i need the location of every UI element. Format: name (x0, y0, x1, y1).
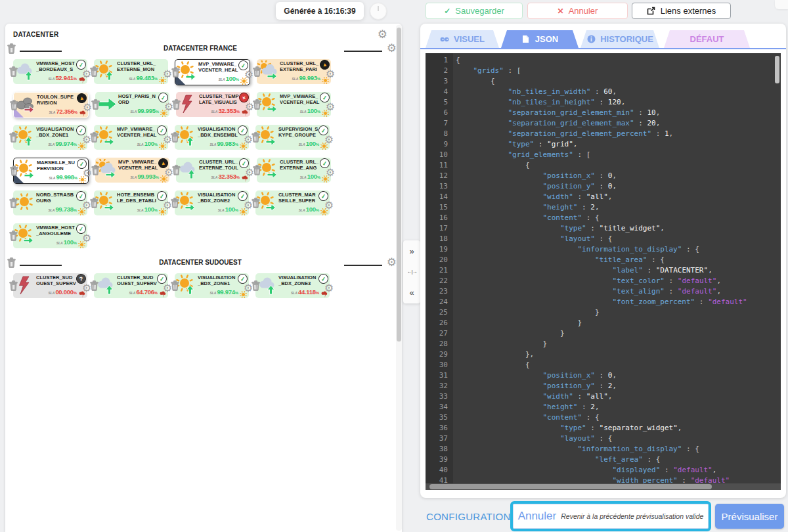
gear-icon[interactable]: ⚙ (324, 135, 334, 145)
trash-icon[interactable] (9, 165, 19, 179)
editor-vertical-scrollbar[interactable] (775, 56, 779, 83)
configuration-label[interactable]: CONFIGURATION (426, 511, 511, 522)
sla-value: SLA32.353% (211, 169, 240, 181)
code-line: 29}, (426, 349, 781, 360)
trash-icon[interactable] (89, 197, 99, 211)
resize-handle[interactable]: ←|→ (406, 269, 416, 275)
code-line: 31"position_x" : 0, (426, 370, 781, 381)
revert-button[interactable]: Annuler Revenir à la précédente prévisua… (510, 501, 711, 531)
trash-icon[interactable] (89, 280, 99, 294)
code-line: 25} (426, 307, 781, 318)
dashboard-scrollbar[interactable] (396, 25, 402, 531)
dashboard-tile[interactable]: CLUSTER_URL_EXTERNE_PARIS▲⚙SLA99.993% (257, 59, 331, 84)
dashboard-tile[interactable]: CLUSTER_MARSEILLE_SUPERVISION✓⚙SLA100% (255, 190, 330, 215)
collapse-left-button[interactable]: « (409, 288, 414, 297)
gear-icon[interactable]: ⚙ (324, 200, 334, 211)
dashboard-tile[interactable]: VMWARE_HOST_BORDEAUX_SU...✓⚙SLA52.941% (13, 59, 87, 84)
code-line: 8"separation_grid_element_percent" : 1, (426, 129, 781, 139)
tab-defaut[interactable]: DÉFAUT (664, 30, 750, 48)
gear-icon[interactable]: ⚙ (387, 257, 397, 268)
cancel-button[interactable]: ✕ Annuler (527, 3, 628, 19)
separator-label: DATACENTER SUDOUEST (5, 259, 395, 266)
preview-button[interactable]: Prévisualiser (715, 504, 784, 529)
dashboard-tile[interactable]: VISUALISATION_BDX_ZONE1✓⚙SLA99.974% (175, 273, 249, 298)
dashboard-tile[interactable]: CLUSTER_SUDOUEST_SUPERVISION_2✓⚙SLA64.70… (94, 273, 168, 298)
collapse-right-button[interactable]: » (409, 247, 414, 255)
json-code-editor[interactable]: 1{2"grids" : [3{4"nb_tiles_in_width" : 6… (426, 53, 781, 490)
dashboard-tile[interactable]: HOTE_ENSEMBLE_DES_ETABLISS...✓⚙SLA100% (94, 190, 168, 215)
dashboard-tile[interactable]: MVP_VMWARE_VCENTER_HEALT...▲⚙SLA99.993% (95, 158, 169, 183)
trash-icon[interactable] (9, 280, 18, 294)
code-line: 9"type" : "grid", (426, 139, 781, 150)
dashboard-tile[interactable]: MVP_VMWARE_VCENTER_HEALT...✓⚙SLA100% (175, 59, 250, 85)
dashboard-tile[interactable]: VISUALISATION_BDX_ZONE2✓⚙SLA100% (175, 190, 249, 215)
trash-icon[interactable] (252, 99, 262, 112)
scrollbar-thumb[interactable] (397, 28, 401, 342)
sla-value: SLA99.993% (130, 169, 159, 181)
sla-value: SLA100% (137, 202, 158, 214)
trash-icon[interactable] (9, 230, 18, 244)
scrollbar-thumb[interactable] (429, 484, 712, 489)
tab-historique[interactable]: HISTORIQUE (580, 30, 659, 48)
gear-icon[interactable]: ⚙ (326, 69, 335, 79)
trash-icon[interactable] (252, 66, 262, 79)
trash-icon[interactable] (170, 197, 180, 211)
trash-icon[interactable] (91, 164, 100, 178)
tab-visuel[interactable]: VISUEL (426, 30, 499, 48)
dashboard-tile[interactable]: VISUALISATION_BDX_ZONE3✓⚙SLA44.118% (255, 273, 330, 298)
sla-value: SLA100% (300, 169, 320, 181)
trash-icon[interactable] (91, 99, 100, 112)
code-line: 35"content" : { (426, 412, 781, 423)
trash-icon[interactable] (170, 131, 180, 145)
code-line: 13"position_y" : 0, (426, 181, 781, 192)
save-button[interactable]: ✓ Sauvegarder (426, 3, 523, 19)
trash-icon[interactable] (9, 197, 18, 211)
dashboard-tile[interactable]: TOULON_SUPERVISION▲⚙SLA72.356% (13, 92, 89, 118)
trash-icon[interactable] (251, 197, 261, 211)
trash-icon[interactable] (9, 66, 18, 79)
dashboard-tile[interactable]: CLUSTER_SUDOUEST_SUPERVISION?⚙SLA00.000% (13, 273, 87, 298)
dashboard-tile[interactable]: CLUSTER_URL_EXTERNE_TOULON✓⚙SLA32.353% (176, 158, 250, 183)
configuration-panel: VISUEL JSON HISTORIQUE DÉFAUT 1{2"grids"… (420, 24, 786, 498)
trash-icon[interactable] (251, 131, 261, 145)
dashboard-tile[interactable]: CLUSTER_URL_EXTERNE_ANGO...✓⚙SLA100% (257, 158, 331, 183)
code-line: 4"nb_tiles_in_width" : 60, (426, 87, 781, 97)
dashboard-tile[interactable]: SUPERVISION_SKYPE_GROUPE_1✓⚙SLA100% (255, 125, 330, 150)
dashboard-tile[interactable]: VISUALISATION_BDX_ZONE1✓⚙SLA99.974% (13, 125, 87, 150)
dashboard-tile[interactable]: MARSEILLE_SUPERVISION✓⚙SLA99.998% (13, 158, 89, 184)
trash-icon[interactable] (170, 280, 180, 294)
gear-icon[interactable]: ⚙ (378, 29, 387, 40)
gear-icon[interactable]: ⚙ (82, 233, 91, 244)
dashboard-tile[interactable]: MVP_VMWARE_VCENTER_HEALT...✓⚙SLA100% (257, 92, 331, 117)
trash-icon[interactable] (89, 66, 99, 79)
dashboard-tile[interactable]: VISUALISATION_BDX_ENSEMBLE_...✓⚙SLA99.98… (175, 125, 249, 150)
trash-icon[interactable] (171, 66, 181, 80)
gear-icon[interactable]: ⚙ (326, 102, 335, 112)
sla-value: SLA100% (137, 137, 158, 148)
dashboard-tile[interactable]: NORD_STRASBOURG✓⚙SLA99.738% (13, 190, 87, 215)
sla-value: SLA32.353% (211, 104, 240, 116)
dashboard-tile[interactable]: CLUSTER_URL_EXTERNE_MONTPELIER⚙SLA99.483… (94, 59, 168, 84)
code-line: 5"nb_tiles_in_height" : 120, (426, 97, 781, 108)
code-line: 30{ (426, 360, 781, 370)
trash-icon[interactable] (89, 131, 99, 145)
trash-icon[interactable] (9, 131, 18, 145)
dashboard-tile[interactable]: CLUSTER_TEMPLATE_VISUALISAT...×⚙SLA32.35… (176, 92, 250, 117)
code-line: 28} (426, 339, 781, 349)
dashboard-tile[interactable]: MVP_VMWARE_VCENTER_HEALT...✓⚙SLA100% (94, 125, 168, 150)
dashboard-tile[interactable]: HOST_PARIS_NORD✓⚙SLA99.995% (95, 92, 169, 117)
gear-icon[interactable]: ⚙ (326, 167, 335, 178)
sla-value: SLA99.974% (48, 137, 77, 148)
gear-icon[interactable]: ⚙ (387, 43, 397, 54)
trash-icon[interactable] (9, 99, 19, 113)
external-links-button[interactable]: Liens externes (632, 3, 731, 19)
editor-horizontal-scrollbar[interactable] (426, 483, 781, 490)
code-line: 26} (426, 318, 781, 328)
dashboard-tile[interactable]: VMWARE_HOST_ANGOULEME✓⚙SLA100% (13, 223, 87, 248)
trash-icon[interactable] (171, 99, 181, 112)
trash-icon[interactable] (252, 164, 262, 178)
trash-icon[interactable] (251, 280, 261, 294)
gear-icon[interactable]: ⚙ (324, 283, 334, 294)
trash-icon[interactable] (171, 164, 181, 178)
tab-json[interactable]: JSON (501, 30, 579, 48)
